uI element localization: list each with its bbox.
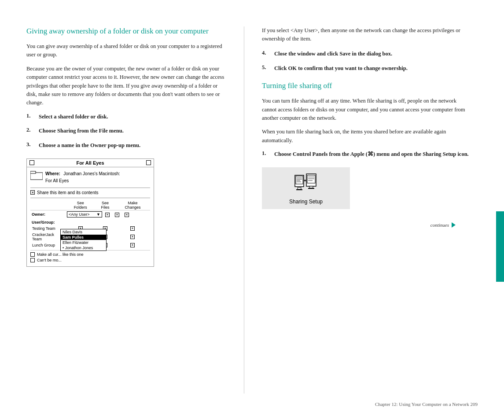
bottom-check1[interactable] — [30, 252, 35, 257]
right-body2: When you turn file sharing back on, the … — [262, 128, 469, 145]
bottom-label1: Make all cur... like this one — [37, 252, 84, 257]
page-footer: Chapter 12: Using Your Computer on a Net… — [375, 402, 478, 407]
ss-close-box — [29, 160, 34, 165]
step-2-num: 2. — [26, 127, 35, 135]
lg-make-changes[interactable] — [130, 243, 135, 247]
cj-make-changes[interactable] — [130, 235, 135, 239]
step-1-num: 1. — [26, 113, 35, 121]
svg-rect-13 — [308, 188, 314, 189]
svg-rect-5 — [296, 189, 302, 190]
dropdown-niles[interactable]: Niles Davis — [61, 229, 106, 235]
sharing-setup-icon-box: Sharing Setup — [262, 167, 350, 209]
svg-rect-12 — [309, 186, 313, 188]
owner-label: Owner: — [30, 210, 66, 218]
bottom-label2: Can't be mo... — [37, 258, 62, 262]
folder-icon — [30, 170, 43, 181]
sharing-setup-label: Sharing Setup — [289, 199, 323, 205]
owner-see-files-check[interactable] — [115, 213, 119, 217]
col-see-files: SeeFiles — [95, 200, 115, 210]
step-5: 5. Click OK to confirm that you want to … — [262, 64, 469, 73]
step-3-text: Choose a name in the Owner pop-up menu. — [39, 141, 140, 150]
step-3-num: 3. — [26, 141, 35, 150]
step-2-text: Choose Sharing from the File menu. — [39, 127, 124, 135]
right-body1: You can turn file sharing off at any tim… — [262, 97, 469, 122]
step-3: 3. Choose a name in the Owner pop-up men… — [26, 141, 226, 150]
step-2: 2. Choose Sharing from the File menu. — [26, 127, 226, 135]
ss-where-label: Where: — [45, 171, 60, 176]
owner-dropdown-arrow: ▼ — [96, 212, 100, 217]
ss-title-text: For All Eyes — [76, 160, 104, 166]
step-1-text: Select a shared folder or disk. — [39, 113, 108, 121]
step-4-text: Close the window and click Save in the d… — [274, 50, 392, 58]
continues-arrow — [452, 222, 456, 228]
owner-popup[interactable]: <Any User> ▼ — [67, 211, 102, 217]
col-make-changes: MakeChanges — [115, 200, 150, 210]
right-column: If you select <Any User>, then anyone on… — [244, 26, 495, 394]
ss-where-row: Where: Jonathan Jones's Macintosh:For Al… — [30, 170, 150, 184]
usergroup-label-row: User/Group: — [30, 218, 150, 225]
svg-rect-3 — [296, 176, 303, 184]
ss-divider-2 — [30, 198, 150, 198]
step-r1-text: Choose Control Panels from the Apple (⌘)… — [274, 150, 469, 158]
bottom-check2[interactable] — [30, 258, 35, 262]
ss-share-checkbox-row: Share this item and its contents — [30, 190, 150, 195]
continues-line: continues — [262, 222, 469, 228]
screenshot-illustration: For All Eyes Where: Jonathan Jones's Mac… — [26, 158, 154, 267]
ss-titlebar: For All Eyes — [27, 159, 154, 167]
step-5-text: Click OK to confirm that you want to cha… — [274, 64, 408, 73]
step-5-num: 5. — [262, 64, 271, 73]
ss-bottom-checkboxes: Make all cur... like this one Can't be m… — [30, 250, 150, 262]
col-see-folders: SeeFolders — [66, 200, 95, 210]
tt-make-changes[interactable] — [130, 226, 135, 231]
ss-resize-box — [146, 160, 151, 165]
ss-bottom-row2: Can't be mo... — [30, 258, 150, 262]
right-intro-para: If you select <Any User>, then anyone on… — [262, 26, 469, 44]
dropdown-sam[interactable]: Sam Pulles — [61, 235, 106, 240]
dropdown-jonathon[interactable]: • Jonathon Jones — [61, 245, 106, 251]
ss-share-label: Share this item and its contents — [37, 190, 99, 195]
owner-dropdown-list[interactable]: Niles Davis Sam Pulles Ellen Fitzwater •… — [60, 229, 107, 251]
left-para2: Because you are the owner of your comput… — [26, 65, 226, 107]
left-column: Giving away ownership of a folder or dis… — [0, 26, 244, 394]
usergroup-label: User/Group: — [30, 218, 66, 225]
step-4: 4. Close the window and click Save in th… — [262, 50, 469, 58]
footer-text: Chapter 12: Using Your Computer on a Net… — [375, 402, 478, 407]
owner-value: <Any User> — [69, 212, 90, 217]
owner-make-changes-check[interactable] — [125, 213, 129, 217]
ss-body: Where: Jonathan Jones's Macintosh:For Al… — [27, 167, 154, 266]
left-section-heading: Giving away ownership of a folder or dis… — [26, 26, 226, 36]
sharing-setup-svg-icon — [294, 172, 318, 196]
owner-see-folders-check[interactable] — [105, 213, 110, 217]
col-role — [30, 200, 66, 210]
continues-text: continues — [430, 222, 449, 228]
svg-rect-4 — [298, 188, 301, 189]
left-para1: You can give away ownership of a shared … — [26, 42, 226, 59]
svg-rect-1 — [30, 171, 36, 173]
right-section-heading: Turning file sharing off — [262, 81, 469, 91]
svg-rect-11 — [307, 175, 315, 183]
ss-share-checkbox[interactable] — [30, 190, 35, 195]
ss-bottom-row1: Make all cur... like this one — [30, 252, 150, 257]
step-r1: 1. Choose Control Panels from the Apple … — [262, 150, 469, 158]
step-4-num: 4. — [262, 50, 271, 58]
step-1: 1. Select a shared folder or disk. — [26, 113, 226, 121]
step-r1-num: 1. — [262, 150, 271, 158]
ss-divider-1 — [30, 188, 150, 188]
chapter-tab — [496, 211, 504, 282]
dropdown-ellen[interactable]: Ellen Fitzwater — [61, 240, 106, 245]
owner-row: Owner: <Any User> ▼ — [30, 210, 150, 218]
